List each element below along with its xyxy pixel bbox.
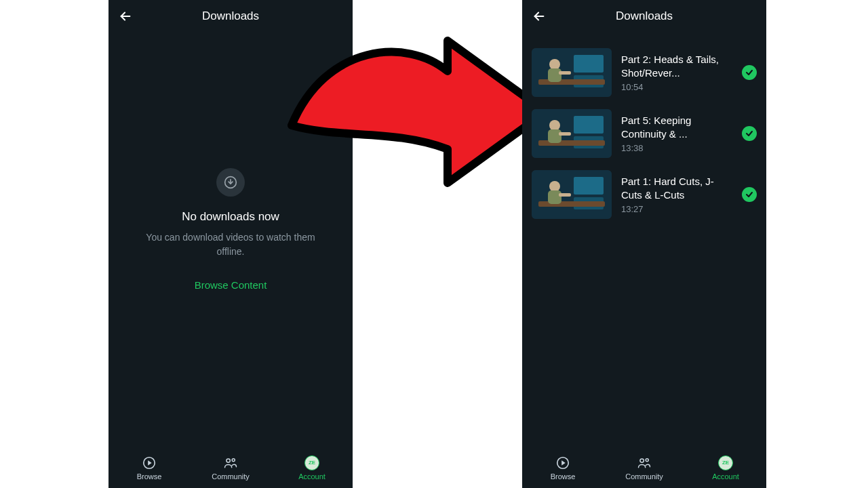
avatar: ZE [304,455,319,470]
tab-label: Community [212,472,250,481]
svg-rect-23 [574,177,604,195]
avatar-icon: ZE [718,455,733,470]
tab-label: Community [625,472,663,481]
tab-label: Account [712,472,739,481]
svg-rect-28 [559,193,571,197]
back-arrow-icon [118,9,133,24]
svg-point-12 [549,59,560,70]
download-complete-badge [742,187,757,202]
svg-point-19 [549,120,560,131]
download-item[interactable]: Part 2: Heads & Tails, Shot/Rever... 10:… [522,42,766,103]
back-arrow-icon [532,9,547,24]
svg-rect-9 [574,55,604,73]
tab-community[interactable]: Community [190,455,271,481]
tab-label: Browse [551,472,576,481]
download-item[interactable]: Part 5: Keeping Continuity & ... 13:38 [522,103,766,164]
video-thumbnail [532,170,612,219]
play-circle-icon [555,455,570,470]
tab-browse[interactable]: Browse [522,455,604,481]
check-icon [745,190,753,199]
svg-rect-14 [559,71,571,75]
appbar: Downloads [522,0,766,33]
tab-account[interactable]: ZE Account [685,455,766,481]
phone-before: Downloads No downloads now You can downl… [108,0,353,488]
svg-marker-4 [148,460,152,465]
download-icon-circle [216,168,245,197]
thumbnail-illustration [532,48,612,97]
download-item[interactable]: Part 1: Hard Cuts, J-Cuts & L-Cuts 13:27 [522,164,766,225]
back-button[interactable] [529,6,549,26]
empty-subtitle: You can download videos to watch them of… [136,230,326,259]
bottom-tabbar: Browse Community ZE Account [522,447,766,488]
svg-point-32 [646,458,648,461]
phone-after: Downloads Part 2: Heads & Tails [522,0,766,488]
check-icon [745,68,753,77]
svg-rect-27 [548,190,561,204]
check-icon [745,129,753,138]
people-icon [223,455,238,470]
tab-label: Browse [137,472,162,481]
svg-point-26 [549,181,560,192]
downloads-list: Part 2: Heads & Tails, Shot/Rever... 10:… [522,33,766,225]
download-complete-badge [742,126,757,141]
download-duration: 10:54 [621,82,732,92]
svg-rect-16 [574,116,604,134]
download-meta: Part 1: Hard Cuts, J-Cuts & L-Cuts 13:27 [621,175,732,214]
svg-rect-20 [548,129,561,143]
tab-community[interactable]: Community [604,455,685,481]
tab-browse[interactable]: Browse [108,455,190,481]
thumbnail-illustration [532,109,612,158]
avatar-icon: ZE [304,455,319,470]
video-thumbnail [532,109,612,158]
tab-label: Account [298,472,326,481]
thumbnail-illustration [532,170,612,219]
download-duration: 13:38 [621,143,732,153]
svg-rect-21 [559,132,571,136]
download-title: Part 1: Hard Cuts, J-Cuts & L-Cuts [621,175,732,201]
download-title: Part 5: Keeping Continuity & ... [621,114,732,140]
download-duration: 13:27 [621,204,732,214]
back-button[interactable] [115,6,136,26]
empty-title: No downloads now [182,210,279,224]
people-icon [637,455,652,470]
download-icon [224,176,237,189]
play-circle-icon [142,455,157,470]
video-thumbnail [532,48,612,97]
download-complete-badge [742,65,757,80]
svg-point-6 [232,458,235,461]
svg-rect-13 [548,68,561,82]
page-title: Downloads [202,9,259,23]
download-meta: Part 2: Heads & Tails, Shot/Rever... 10:… [621,53,732,92]
svg-point-5 [226,458,230,462]
appbar: Downloads [108,0,353,33]
bottom-tabbar: Browse Community ZE Account [108,447,353,488]
avatar: ZE [718,455,733,470]
page-title: Downloads [616,9,673,23]
svg-marker-30 [561,460,566,465]
svg-point-31 [640,458,644,462]
browse-content-link[interactable]: Browse Content [195,279,267,291]
comparison-canvas: Downloads No downloads now You can downl… [0,0,868,488]
download-title: Part 2: Heads & Tails, Shot/Rever... [621,53,732,79]
download-meta: Part 5: Keeping Continuity & ... 13:38 [621,114,732,153]
tab-account[interactable]: ZE Account [271,455,353,481]
empty-downloads-state: No downloads now You can download videos… [108,168,353,291]
